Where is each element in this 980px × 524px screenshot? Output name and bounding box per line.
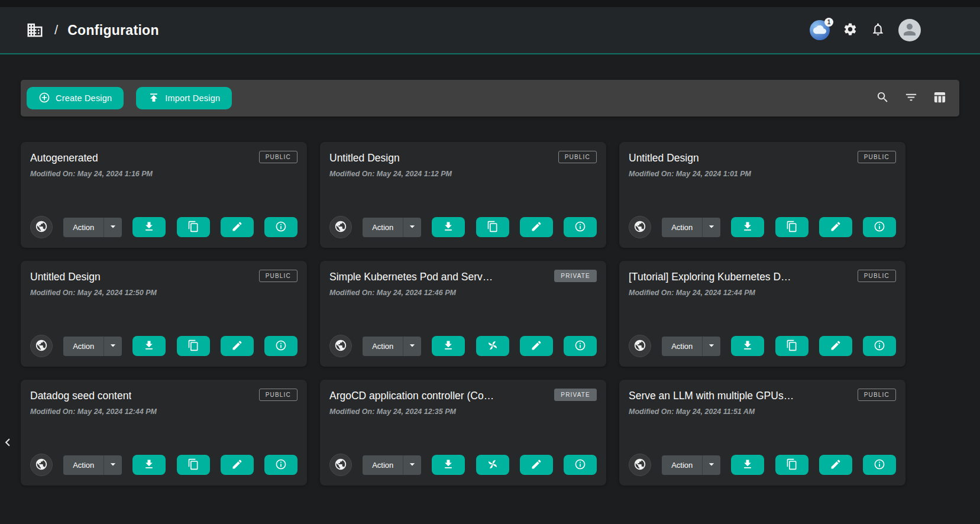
globe-icon [35,220,48,235]
visibility-globe-button[interactable] [629,335,651,357]
cloud-notifications-button[interactable]: 1 [810,20,830,40]
search-button[interactable] [876,90,890,106]
action-button-label: Action [671,461,693,470]
pencil-icon [830,458,842,472]
globe-icon [35,458,48,473]
create-design-button[interactable]: Create Design [27,87,124,109]
action-button[interactable]: Action [363,455,403,475]
clone-button[interactable] [775,336,808,356]
user-avatar[interactable] [898,19,921,41]
info-icon [574,458,586,472]
action-dropdown-button[interactable] [403,218,421,237]
chevron-down-icon [406,458,418,472]
info-button[interactable] [863,455,896,475]
import-design-button[interactable]: Import Design [136,87,232,109]
info-button[interactable] [264,455,297,475]
info-button[interactable] [564,455,597,475]
visibility-globe-button[interactable] [30,335,53,357]
info-button[interactable] [564,336,597,356]
upload-icon [148,92,160,105]
clone-button[interactable] [476,455,509,475]
download-button[interactable] [731,455,764,475]
visibility-globe-button[interactable] [30,216,53,238]
action-button[interactable]: Action [662,337,703,356]
copy-icon [187,458,199,472]
action-button[interactable]: Action [662,455,703,475]
action-dropdown-button[interactable] [403,455,421,475]
action-button-label: Action [73,342,94,351]
edit-button[interactable] [221,455,254,475]
edit-button[interactable] [819,455,852,475]
download-button[interactable] [132,455,166,475]
design-title: Serve an LLM with multiple GPUs… [629,389,794,402]
modified-date: Modified On: May 24, 2024 12:44 PM [629,289,896,297]
info-button[interactable] [863,217,896,237]
visibility-globe-button[interactable] [329,335,352,357]
visibility-globe-button[interactable] [629,216,651,238]
edit-button[interactable] [819,336,852,356]
notifications-button[interactable] [871,22,885,38]
action-dropdown-button[interactable] [104,337,122,356]
edit-button[interactable] [520,336,553,356]
download-button[interactable] [731,217,764,237]
action-button[interactable]: Action [63,337,104,356]
download-button[interactable] [731,336,764,356]
download-button[interactable] [432,217,465,237]
clone-button[interactable] [476,336,509,356]
action-dropdown-button[interactable] [703,218,720,237]
action-button[interactable]: Action [63,218,104,237]
action-button[interactable]: Action [662,218,703,237]
download-icon [742,458,753,472]
action-button[interactable]: Action [63,455,104,475]
action-dropdown-button[interactable] [104,455,122,475]
card-header: Untitled Design PUBLIC [629,151,896,164]
visibility-globe-button[interactable] [30,454,53,476]
info-icon [874,221,885,234]
download-button[interactable] [132,336,166,356]
plus-circle-icon [38,92,50,105]
info-button[interactable] [264,336,297,356]
edit-button[interactable] [520,455,553,475]
info-button[interactable] [264,217,297,237]
action-button[interactable]: Action [363,218,403,237]
clone-button[interactable] [775,455,808,475]
clone-button[interactable] [476,217,509,237]
action-button[interactable]: Action [363,337,403,356]
action-dropdown-button[interactable] [703,455,720,475]
copy-icon [487,221,499,234]
download-icon [742,221,753,234]
action-dropdown-button[interactable] [403,337,421,356]
info-button[interactable] [863,336,896,356]
visibility-globe-button[interactable] [629,454,651,476]
chevron-down-icon [706,339,717,353]
download-button[interactable] [432,455,465,475]
action-dropdown-button[interactable] [703,337,720,356]
visibility-globe-button[interactable] [329,454,352,476]
design-card: [Tutorial] Exploring Kubernetes D… PUBLI… [619,261,905,367]
modified-date: Modified On: May 24, 2024 12:44 PM [30,407,297,416]
action-dropdown-button[interactable] [104,218,122,237]
download-button[interactable] [432,336,465,356]
edit-button[interactable] [221,217,254,237]
collapse-drawer-button[interactable] [0,434,14,452]
settings-button[interactable] [843,22,858,38]
filter-button[interactable] [904,90,918,106]
copy-icon [187,221,199,234]
design-card: Untitled Design PUBLIC Modified On: May … [320,142,606,248]
clone-button[interactable] [177,455,210,475]
table-view-button[interactable] [933,90,946,106]
edit-button[interactable] [520,217,553,237]
person-icon [901,21,918,40]
info-button[interactable] [564,217,597,237]
edit-button[interactable] [819,217,852,237]
design-grid: Autogenerated PUBLIC Modified On: May 24… [21,142,980,486]
clone-button[interactable] [177,336,210,356]
clone-button[interactable] [775,217,808,237]
visibility-globe-button[interactable] [329,216,352,238]
download-button[interactable] [132,217,166,237]
clone-button[interactable] [177,217,210,237]
edit-button[interactable] [221,336,254,356]
chevron-down-icon [706,221,717,234]
info-icon [874,339,885,353]
info-icon [275,339,287,353]
